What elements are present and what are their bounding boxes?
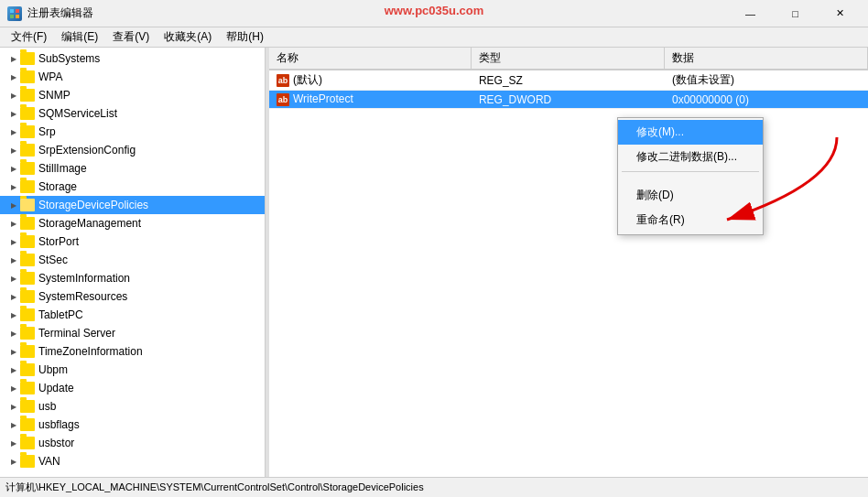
expand-icon: ▶ <box>7 418 20 431</box>
expand-icon: ▶ <box>7 455 20 468</box>
expand-icon: ▶ <box>7 327 20 340</box>
menu-item[interactable]: 文件(F) <box>4 27 54 47</box>
tree-item[interactable]: ▶Terminal Server <box>0 324 265 342</box>
col-type: 类型 <box>472 48 665 70</box>
tree-item[interactable]: ▶VAN <box>0 452 265 470</box>
table-row[interactable]: abWriteProtectREG_DWORD0x00000000 (0) <box>269 91 868 109</box>
tree-item[interactable]: ▶usbstor <box>0 434 265 452</box>
folder-icon <box>20 327 35 340</box>
folder-icon <box>20 180 35 193</box>
tree-item-label: SystemInformation <box>38 272 130 285</box>
folder-icon <box>20 217 35 230</box>
context-menu-item[interactable]: 重命名(R) <box>618 208 763 232</box>
tree-item-label: Srp <box>38 125 56 138</box>
tree-item-label: VAN <box>38 455 60 468</box>
tree-item[interactable]: ▶StSec <box>0 251 265 269</box>
col-name: 名称 <box>269 48 472 70</box>
tree-item[interactable]: ▶StillImage <box>0 159 265 178</box>
menu-item[interactable]: 收藏夹(A) <box>157 27 219 47</box>
expand-icon: ▶ <box>7 272 20 285</box>
folder-icon <box>20 125 35 138</box>
expand-icon: ▶ <box>7 107 20 120</box>
tree-item[interactable]: ▶TabletPC <box>0 306 265 324</box>
expand-icon: ▶ <box>7 363 20 376</box>
tree-item-label: StillImage <box>38 162 87 175</box>
tree-item[interactable]: ▶TimeZoneInformation <box>0 342 265 361</box>
expand-icon: ▶ <box>7 162 20 175</box>
tree-item-label: TimeZoneInformation <box>38 345 143 358</box>
expand-icon: ▶ <box>7 290 20 303</box>
expand-icon: ▶ <box>7 235 20 248</box>
context-menu-item[interactable]: 修改二进制数据(B)... <box>618 145 763 169</box>
folder-icon <box>20 418 35 431</box>
tree-item-label: SrpExtensionConfig <box>38 144 136 157</box>
menu-item[interactable]: 编辑(E) <box>54 27 105 47</box>
context-menu-item[interactable]: 删除(D) <box>618 183 763 208</box>
title-bar-left: 注册表编辑器 <box>7 5 93 21</box>
expand-icon: ▶ <box>7 400 20 413</box>
tree-item[interactable]: ▶Ubpm <box>0 361 265 379</box>
tree-item[interactable]: ▶SQMServiceList <box>0 104 265 123</box>
cell-name: abWriteProtect <box>269 91 472 109</box>
tree-item-label: Update <box>38 382 74 394</box>
menu-bar: 文件(F)编辑(E)查看(V)收藏夹(A)帮助(H) <box>0 27 868 48</box>
col-data: 数据 <box>665 48 868 70</box>
expand-icon: ▶ <box>7 144 20 157</box>
context-menu-item[interactable]: 修改(M)... <box>618 120 763 145</box>
tree-item[interactable]: ▶Update <box>0 379 265 397</box>
folder-icon <box>20 199 35 211</box>
tree-item-label: Terminal Server <box>38 327 115 340</box>
menu-item[interactable]: 查看(V) <box>105 27 157 47</box>
tree-item-label: StorageManagement <box>38 217 141 230</box>
window-title: 注册表编辑器 <box>27 5 93 21</box>
expand-icon: ▶ <box>7 308 20 321</box>
tree-item-label: usbstor <box>38 437 74 449</box>
folder-icon <box>20 235 35 248</box>
folder-icon <box>20 290 35 303</box>
tree-item-label: SQMServiceList <box>38 107 117 120</box>
status-bar: 计算机\HKEY_LOCAL_MACHINE\SYSTEM\CurrentCon… <box>0 477 868 497</box>
cell-type: REG_SZ <box>472 70 665 91</box>
tree-item[interactable]: ▶usbflags <box>0 416 265 434</box>
expand-icon: ▶ <box>7 254 20 266</box>
tree-item[interactable]: ▶SubSystems <box>0 49 265 68</box>
tree-item-label: SystemResources <box>38 290 127 303</box>
maximize-button[interactable]: □ <box>775 0 816 27</box>
tree-item[interactable]: ▶WPA <box>0 68 265 86</box>
registry-table: 名称 类型 数据 ab(默认)REG_SZ(数值未设置)abWriteProte… <box>269 48 868 109</box>
tree-item-label: TabletPC <box>38 308 83 321</box>
svg-rect-1 <box>16 9 19 13</box>
tree-item[interactable]: ▶StorPort <box>0 232 265 251</box>
svg-rect-3 <box>16 15 19 18</box>
minimize-button[interactable]: — <box>730 0 771 27</box>
folder-icon <box>20 89 35 102</box>
expand-icon: ▶ <box>7 52 20 65</box>
expand-icon: ▶ <box>7 70 20 83</box>
tree-item[interactable]: ▶Srp <box>0 123 265 141</box>
tree-item-label: StorageDevicePolicies <box>38 199 148 211</box>
menu-item[interactable]: 帮助(H) <box>219 27 271 47</box>
tree-item-label: Ubpm <box>38 363 68 376</box>
close-button[interactable]: ✕ <box>819 0 861 27</box>
cell-data: 0x00000000 (0) <box>665 91 868 109</box>
cell-data: (数值未设置) <box>665 70 868 91</box>
title-bar: 注册表编辑器 www.pc035u.com — □ ✕ <box>0 0 868 27</box>
tree-item-label: StSec <box>38 254 68 266</box>
tree-item[interactable]: ▶SrpExtensionConfig <box>0 141 265 159</box>
tree-item-label: SNMP <box>38 89 71 102</box>
tree-panel: ▶SubSystems▶WPA▶SNMP▶SQMServiceList▶Srp▶… <box>0 48 266 477</box>
tree-item[interactable]: ▶StorageDevicePolicies <box>0 196 265 214</box>
context-menu-item[interactable] <box>618 174 763 183</box>
tree-item-label: StorPort <box>38 235 79 248</box>
tree-scroll[interactable]: ▶SubSystems▶WPA▶SNMP▶SQMServiceList▶Srp▶… <box>0 49 265 475</box>
tree-item[interactable]: ▶usb <box>0 397 265 416</box>
tree-item[interactable]: ▶SystemInformation <box>0 269 265 287</box>
table-row[interactable]: ab(默认)REG_SZ(数值未设置) <box>269 70 868 91</box>
cell-type: REG_DWORD <box>472 91 665 109</box>
tree-item[interactable]: ▶StorageManagement <box>0 214 265 232</box>
expand-icon: ▶ <box>7 437 20 449</box>
tree-item[interactable]: ▶SystemResources <box>0 287 265 306</box>
tree-item-label: WPA <box>38 70 62 83</box>
tree-item[interactable]: ▶SNMP <box>0 86 265 104</box>
tree-item[interactable]: ▶Storage <box>0 178 265 196</box>
